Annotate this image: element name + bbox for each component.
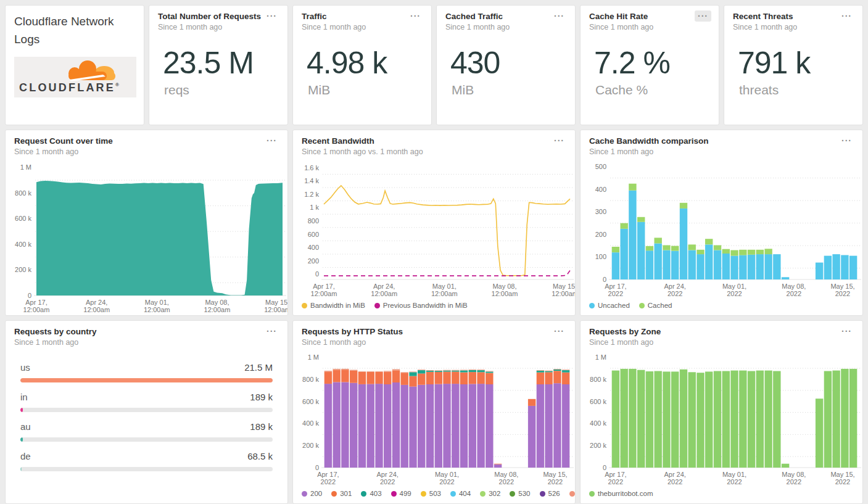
- panel-menu-icon[interactable]: ···: [838, 135, 855, 146]
- recent-bandwidth-chart[interactable]: 1.6 k1.4 k1.2 k1 k8006004002000Apr 17,12…: [293, 156, 575, 299]
- legend-color-dot: [639, 303, 645, 308]
- country-bar-fill: [20, 408, 23, 412]
- panel-menu-icon[interactable]: ···: [838, 326, 855, 337]
- panel-title: Recent Threats: [733, 12, 854, 21]
- legend-label: 404: [459, 490, 471, 497]
- country-label: us: [20, 362, 30, 373]
- country-label: au: [20, 421, 31, 432]
- panel-menu-icon[interactable]: ···: [263, 135, 280, 146]
- legend-item[interactable]: Previous Bandwidth in MiB: [374, 302, 468, 309]
- svg-text:200 k: 200 k: [590, 442, 606, 449]
- country-value: 189 k: [250, 392, 273, 402]
- svg-text:200: 200: [595, 231, 606, 238]
- panel-recent-threats: Recent Threats Since 1 month ago ··· 791…: [724, 5, 863, 125]
- legend-item[interactable]: Cached: [639, 302, 672, 309]
- svg-text:400 k: 400 k: [15, 241, 31, 248]
- svg-text:12:00am: 12:00am: [83, 306, 110, 313]
- legend-label: Uncached: [598, 302, 630, 309]
- panel-menu-icon[interactable]: ···: [695, 10, 711, 22]
- legend-item[interactable]: 530: [510, 490, 530, 497]
- legend-color-dot: [589, 491, 595, 497]
- legend-color-dot: [361, 491, 366, 497]
- legend-label: 530: [518, 490, 530, 497]
- legend-label: Cached: [648, 302, 672, 309]
- svg-text:2022: 2022: [787, 478, 801, 485]
- legend-item[interactable]: 404: [450, 490, 471, 497]
- http-status-chart[interactable]: 1 M800 k600 k400 k200 k0Apr 17,2022Apr 2…: [293, 347, 575, 487]
- legend-item[interactable]: 200: [302, 490, 322, 497]
- country-bar-fill: [20, 378, 273, 382]
- chart-legend: Bandwidth in MiBPrevious Bandwidth in Mi…: [293, 299, 575, 315]
- panel-title: Requests by Zone: [589, 327, 854, 336]
- legend-item[interactable]: 302: [480, 490, 500, 497]
- panel-requests-by-http-status: Requests by HTTP Status Since 1 month ag…: [292, 320, 576, 504]
- country-gauge-list: us21.5 Min189 kau189 kde68.5 k: [6, 347, 287, 471]
- svg-text:Apr 24,: Apr 24,: [373, 283, 395, 290]
- legend-item[interactable]: 526: [540, 490, 560, 497]
- stat-value: 430: [450, 46, 575, 80]
- svg-text:2022: 2022: [499, 478, 514, 485]
- svg-text:1.4 k: 1.4 k: [304, 177, 319, 184]
- svg-text:May 08,: May 08,: [782, 471, 806, 478]
- stat-value: 4.98 k: [307, 46, 431, 80]
- svg-text:1 k: 1 k: [310, 204, 319, 211]
- legend-item[interactable]: theburritobot.com: [589, 490, 653, 497]
- svg-text:May 08,: May 08,: [494, 471, 518, 478]
- stat-unit: Cache %: [595, 83, 719, 97]
- country-label: in: [20, 392, 28, 402]
- svg-text:2022: 2022: [727, 290, 742, 297]
- svg-text:12:00am: 12:00am: [371, 290, 397, 297]
- legend-label: 200: [310, 490, 322, 497]
- cache-bandwidth-chart[interactable]: 5004003002001000Apr 17,2022Apr 24,2022Ma…: [581, 156, 862, 299]
- country-bar-track: [20, 378, 273, 382]
- panel-request-count: Request Count over time Since 1 month ag…: [5, 130, 288, 316]
- svg-text:Apr 17,: Apr 17,: [25, 299, 47, 306]
- zone-chart[interactable]: 1 M800 k600 k400 k200 k0Apr 17,2022Apr 2…: [581, 347, 862, 487]
- legend-color-dot: [569, 491, 575, 497]
- panel-menu-icon[interactable]: ···: [838, 10, 855, 22]
- country-row: au189 k: [20, 421, 273, 442]
- panel-title: Cached Traffic: [445, 12, 566, 21]
- svg-text:2022: 2022: [608, 290, 623, 297]
- panel-menu-icon[interactable]: ···: [263, 10, 280, 22]
- cloudflare-logo-text: CLOUDFLARE®: [19, 81, 121, 93]
- country-row: us21.5 M: [20, 362, 273, 382]
- svg-text:May 15,: May 15,: [830, 471, 854, 478]
- panel-menu-icon[interactable]: ···: [551, 10, 568, 22]
- panel-total-requests: Total Number of Requests Since 1 month a…: [149, 5, 288, 125]
- panel-menu-icon[interactable]: ···: [551, 326, 568, 337]
- legend-item[interactable]: 403: [361, 490, 381, 497]
- legend-item[interactable]: 524: [569, 490, 576, 497]
- panel-title: Requests by HTTP Status: [302, 327, 566, 336]
- svg-text:2022: 2022: [548, 478, 563, 485]
- legend-item[interactable]: 503: [421, 490, 441, 497]
- svg-text:Apr 17,: Apr 17,: [605, 471, 626, 478]
- panel-menu-icon[interactable]: ···: [263, 326, 280, 337]
- stat-value: 23.5 M: [163, 46, 287, 80]
- legend-item[interactable]: Uncached: [589, 302, 630, 309]
- svg-text:May 01,: May 01,: [432, 283, 457, 290]
- panel-menu-icon[interactable]: ···: [407, 10, 424, 22]
- legend-label: 403: [370, 490, 381, 497]
- panel-subtitle: Since 1 month ago: [302, 338, 566, 347]
- svg-text:May 15,: May 15,: [265, 299, 287, 306]
- legend-item[interactable]: 301: [331, 490, 352, 497]
- legend-item[interactable]: Bandwidth in MiB: [302, 302, 365, 309]
- panel-subtitle: Since 1 month ago: [158, 23, 279, 31]
- request-count-chart[interactable]: 1 M800 k600 k400 k200 k0Apr 17,12:00amAp…: [6, 156, 287, 315]
- svg-text:2022: 2022: [727, 478, 742, 485]
- svg-text:12:00am: 12:00am: [311, 290, 337, 297]
- svg-text:400 k: 400 k: [302, 419, 319, 427]
- panel-menu-icon[interactable]: ···: [551, 135, 568, 146]
- svg-text:May 08,: May 08,: [492, 283, 516, 290]
- legend-label: Previous Bandwidth in MiB: [383, 302, 468, 309]
- legend-color-dot: [450, 491, 456, 497]
- svg-text:12:00am: 12:00am: [204, 306, 231, 313]
- panel-subtitle: Since 1 month ago: [589, 147, 854, 156]
- stat-unit: MiB: [452, 83, 575, 97]
- svg-text:Apr 17,: Apr 17,: [317, 471, 339, 478]
- panel-title: Requests by country: [14, 327, 279, 336]
- legend-color-dot: [589, 303, 595, 308]
- country-row: de68.5 k: [20, 451, 273, 471]
- legend-item[interactable]: 499: [391, 490, 411, 497]
